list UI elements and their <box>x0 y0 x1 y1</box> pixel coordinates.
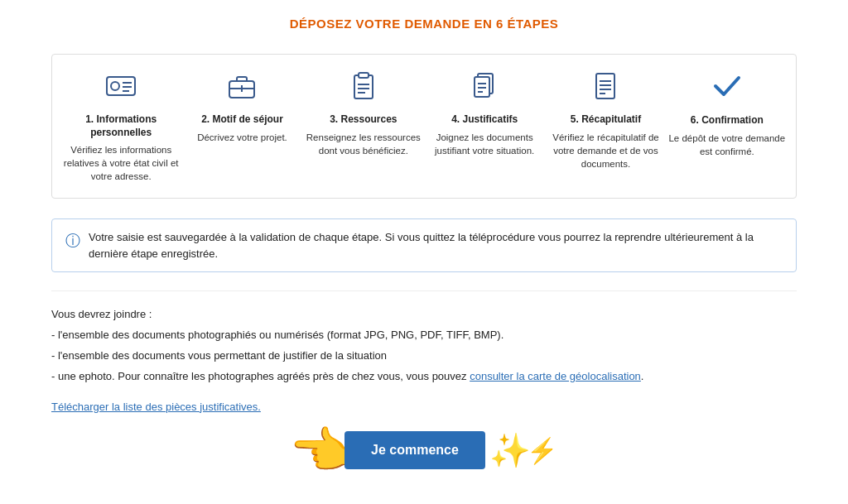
step-4-desc: Joignez les documents justifiant votre s… <box>424 131 545 157</box>
id-card-icon <box>104 70 137 107</box>
step-5-title: 5. Récapitulatif <box>571 113 641 127</box>
geolocation-link[interactable]: consulter la carte de géolocalisation <box>470 370 641 382</box>
step-3: 3. Ressources Renseignez les ressources … <box>303 70 424 183</box>
briefcase-icon <box>225 70 258 107</box>
file-icon <box>589 70 622 107</box>
svg-rect-9 <box>359 73 369 78</box>
page-wrapper: DÉPOSEZ VOTRE DEMANDE EN 6 ÉTAPES 1. Inf… <box>26 0 822 504</box>
content-section: Vous devrez joindre : - l'ensemble des d… <box>51 306 797 385</box>
bottom-area: 👉 Je commence ✨ ⚡ <box>51 421 797 480</box>
step-2: 2. Motif de séjour Décrivez votre projet… <box>181 70 302 183</box>
step-3-title: 3. Ressources <box>330 113 397 127</box>
download-link-container: Télécharger la liste des pièces justific… <box>51 401 797 413</box>
page-title: DÉPOSEZ VOTRE DEMANDE EN 6 ÉTAPES <box>51 17 797 31</box>
content-line-2: - l'ensemble des documents vous permetta… <box>51 348 797 365</box>
info-text: Votre saisie est sauvegardée à la valida… <box>89 229 783 262</box>
step-4-title: 4. Justificatifs <box>451 113 518 127</box>
step-1: 1. Informations personnelles Vérifiez le… <box>60 70 181 183</box>
step-4: 4. Justificatifs Joignez les documents j… <box>424 70 545 183</box>
step-1-title: 1. Informations personnelles <box>60 113 181 139</box>
content-line-3: - une ephoto. Pour connaître les photogr… <box>51 368 797 386</box>
step-6-desc: Le dépôt de votre demande est confirmé. <box>667 132 788 158</box>
step-6-title: 6. Confirmation <box>691 114 764 127</box>
step-3-desc: Renseignez les ressources dont vous béné… <box>303 131 424 157</box>
clipboard-icon <box>347 70 380 107</box>
info-icon: ⓘ <box>65 230 80 252</box>
svg-rect-8 <box>354 75 373 98</box>
content-intro: Vous devrez joindre : <box>51 306 797 324</box>
documents-icon <box>468 70 501 107</box>
step-1-desc: Vérifiez les informations relatives à vo… <box>60 143 181 183</box>
content-line-1: - l'ensemble des documents photographiés… <box>51 327 797 344</box>
spark-emoji: ✨ <box>489 431 531 470</box>
step-6: 6. Confirmation Le dépôt de votre demand… <box>667 70 788 183</box>
steps-container: 1. Informations personnelles Vérifiez le… <box>51 54 797 199</box>
step-2-desc: Décrivez votre projet. <box>197 131 287 144</box>
step-2-title: 2. Motif de séjour <box>201 113 283 127</box>
spark-lines: ⚡ <box>527 436 557 465</box>
info-box: ⓘ Votre saisie est sauvegardée à la vali… <box>51 218 797 272</box>
download-link[interactable]: Télécharger la liste des pièces justific… <box>51 401 261 413</box>
svg-point-1 <box>111 82 119 90</box>
step-5-desc: Vérifiez le récapitulatif de votre deman… <box>545 131 666 170</box>
start-button[interactable]: Je commence <box>344 431 485 469</box>
step-5: 5. Récapitulatif Vérifiez le récapitulat… <box>545 70 666 183</box>
divider <box>51 290 797 291</box>
finger-emoji: 👉 <box>291 421 353 480</box>
checkmark-icon <box>711 70 744 108</box>
